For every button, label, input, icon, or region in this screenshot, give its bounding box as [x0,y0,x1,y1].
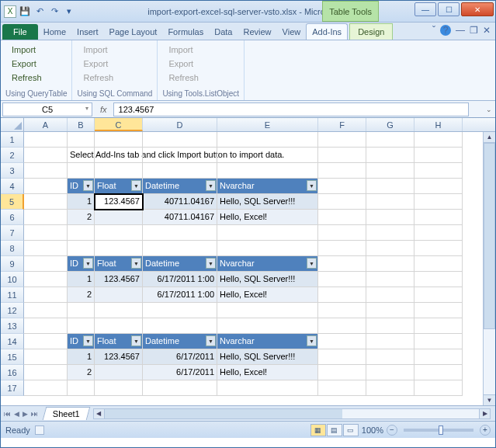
cell[interactable] [24,303,68,318]
cell[interactable] [24,194,68,210]
cell[interactable] [143,163,217,179]
fx-icon[interactable]: fx [94,105,113,114]
cell[interactable] [217,225,318,241]
cell[interactable] [318,148,366,163]
cell[interactable]: Hello, SQL Server!!! [217,194,318,210]
column-header[interactable]: A [24,118,68,131]
cell[interactable]: Hello, Excel! [217,287,318,303]
refresh-button[interactable]: Refresh [9,71,64,84]
cell[interactable]: 40711.04167 [143,194,217,210]
cell[interactable]: Float▼ [95,334,143,349]
worksheet-grid[interactable]: ABCDEFGH 12Select Add-Ins tab and click … [1,118,495,405]
cell[interactable] [414,272,463,287]
cell[interactable] [24,365,68,380]
cell[interactable]: 6/17/2011 [143,349,217,365]
cell[interactable] [366,318,414,334]
cell[interactable] [318,318,366,334]
cell[interactable] [414,179,463,194]
cell[interactable] [366,272,414,287]
expand-formula-bar[interactable]: ⌄ [483,106,495,113]
filter-dropdown-icon[interactable]: ▼ [206,180,216,191]
cell[interactable] [24,380,68,396]
cell[interactable] [318,349,366,365]
export-button[interactable]: Export [9,57,64,70]
cell[interactable] [366,163,414,179]
cell[interactable]: 40711.04167 [143,210,217,225]
cell[interactable] [95,163,143,179]
maximize-button[interactable]: ☐ [438,2,460,16]
horizontal-scrollbar[interactable]: ◀ ▶ [93,408,491,419]
undo-button[interactable]: ↶ [33,5,46,18]
cell[interactable] [414,318,463,334]
doc-minimize-icon[interactable]: — [456,25,465,36]
cell[interactable] [414,349,463,365]
close-button[interactable]: ✕ [461,2,494,16]
filter-dropdown-icon[interactable]: ▼ [83,180,93,191]
cell[interactable] [217,148,318,163]
macro-record-icon[interactable] [35,425,44,435]
cell[interactable] [366,365,414,380]
save-button[interactable]: 💾 [19,5,31,18]
filter-dropdown-icon[interactable]: ▼ [83,335,93,346]
cell[interactable] [143,241,217,256]
cell[interactable] [24,179,68,194]
cell[interactable] [143,148,217,163]
row-header[interactable]: 12 [1,303,24,318]
tab-data[interactable]: Data [209,24,238,40]
cell[interactable]: 2 [68,210,95,225]
cell[interactable] [366,256,414,272]
cell[interactable]: Hello, Excel! [217,365,318,380]
row-header[interactable]: 3 [1,163,24,179]
column-header[interactable]: H [414,118,463,131]
cell[interactable] [217,163,318,179]
cell[interactable] [24,148,68,163]
cell[interactable]: Nvarchar▼ [217,334,318,349]
cell[interactable] [318,241,366,256]
cell[interactable] [414,210,463,225]
cell[interactable] [318,256,366,272]
page-break-view-button[interactable]: ▭ [343,424,359,436]
cell[interactable] [143,318,217,334]
cell[interactable] [414,365,463,380]
formula-input[interactable]: 123.4567 [113,102,469,116]
cell[interactable] [366,179,414,194]
filter-dropdown-icon[interactable]: ▼ [206,258,216,269]
cell[interactable] [143,380,217,396]
cell[interactable] [414,303,463,318]
filter-dropdown-icon[interactable]: ▼ [131,335,141,346]
cell[interactable] [95,380,143,396]
cell[interactable] [318,225,366,241]
cell[interactable] [68,318,95,334]
cell[interactable]: Hello, Excel! [217,210,318,225]
row-header[interactable]: 5 [1,194,24,210]
row-header[interactable]: 10 [1,272,24,287]
scroll-up-arrow[interactable]: ▲ [484,132,495,143]
cell[interactable] [143,132,217,148]
qat-customize[interactable]: ▾ [63,5,75,18]
minimize-button[interactable]: — [414,2,436,16]
cell[interactable]: Datetime▼ [143,179,217,194]
cell[interactable]: Datetime▼ [143,334,217,349]
h-scroll-thumb[interactable] [105,409,342,418]
cell[interactable] [24,256,68,272]
cell[interactable] [414,225,463,241]
zoom-slider[interactable] [404,429,473,432]
cell[interactable]: 123.4567 [95,194,143,210]
cell[interactable] [318,179,366,194]
filter-dropdown-icon[interactable]: ▼ [206,335,216,346]
cell[interactable] [24,272,68,287]
row-header[interactable]: 16 [1,365,24,380]
tab-home[interactable]: Home [38,24,71,40]
cell[interactable]: ID▼ [68,334,95,349]
zoom-in-button[interactable]: + [480,425,491,436]
sheet-nav-last[interactable]: ⏭ [31,410,38,418]
column-header[interactable]: D [143,118,217,131]
cell[interactable]: ID▼ [68,179,95,194]
cell[interactable]: Datetime▼ [143,256,217,272]
cell[interactable] [414,287,463,303]
cell[interactable] [24,241,68,256]
vertical-scrollbar[interactable]: ▲ ▼ [483,132,495,405]
normal-view-button[interactable]: ▦ [310,424,326,436]
cell[interactable] [318,380,366,396]
cell[interactable] [318,365,366,380]
